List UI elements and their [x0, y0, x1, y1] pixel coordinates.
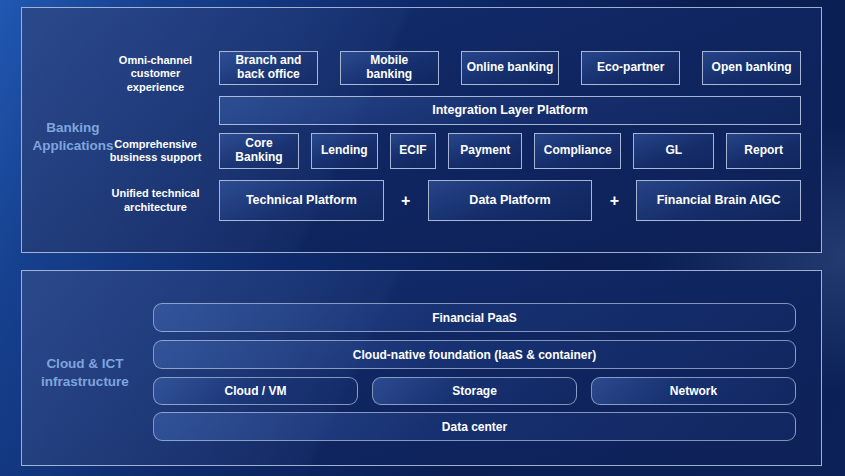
- omni-channel-row: Omni-channel customer experience Branch …: [22, 51, 801, 85]
- banking-applications-panel: Banking Applications Omni-channel custom…: [21, 7, 822, 253]
- box-storage: Storage: [372, 377, 577, 405]
- box-network: Network: [591, 377, 796, 405]
- integration-layer-row: Integration Layer Platform: [22, 96, 801, 125]
- bar-financial-paas: Financial PaaS: [153, 303, 796, 332]
- box-integration-layer-platform: Integration Layer Platform: [219, 96, 801, 125]
- data-center-row: Data center: [153, 412, 796, 441]
- cloud-ict-label: Cloud & ICT infrastructure: [19, 355, 151, 391]
- technical-architecture-label-cell: Unified technical architecture: [22, 180, 219, 221]
- cloud-native-row: Cloud-native foundation (IaaS & containe…: [153, 340, 796, 369]
- box-report: Report: [726, 133, 801, 169]
- box-ecif: ECIF: [390, 133, 437, 169]
- box-mobile-banking: Mobile banking: [340, 51, 439, 85]
- omni-channel-boxes: Branch and back office Mobile banking On…: [219, 51, 801, 85]
- technical-architecture-row: Unified technical architecture Technical…: [22, 180, 801, 221]
- box-technical-platform: Technical Platform: [219, 180, 384, 221]
- plus-separator: +: [384, 180, 428, 221]
- business-support-label: Comprehensive business support: [101, 138, 219, 165]
- bar-data-center: Data center: [153, 412, 796, 441]
- box-gl: GL: [633, 133, 714, 169]
- box-open-banking: Open banking: [702, 51, 801, 85]
- box-branch-and-back-office: Branch and back office: [219, 51, 318, 85]
- business-support-label-cell: Comprehensive business support: [22, 133, 219, 169]
- architecture-slide: Banking Applications Omni-channel custom…: [0, 0, 845, 476]
- financial-paas-row: Financial PaaS: [153, 303, 796, 332]
- business-support-boxes: Core Banking Lending ECIF Payment Compli…: [219, 133, 801, 169]
- technical-architecture-label: Unified technical architecture: [101, 187, 219, 214]
- cloud-ict-panel: Cloud & ICT infrastructure Financial Paa…: [21, 270, 822, 466]
- business-support-row: Comprehensive business support Core Bank…: [22, 133, 801, 169]
- box-payment: Payment: [448, 133, 522, 169]
- box-lending: Lending: [311, 133, 378, 169]
- integration-layer-boxes: Integration Layer Platform: [219, 96, 801, 125]
- omni-channel-label: Omni-channel customer experience: [101, 54, 219, 94]
- technical-architecture-boxes: Technical Platform + Data Platform + Fin…: [219, 180, 801, 221]
- box-eco-partner: Eco-partner: [581, 51, 680, 85]
- box-core-banking: Core Banking: [219, 133, 299, 169]
- box-cloud-vm: Cloud / VM: [153, 377, 358, 405]
- box-compliance: Compliance: [534, 133, 621, 169]
- plus-separator: +: [592, 180, 636, 221]
- infrastructure-boxes-row: Cloud / VM Storage Network: [153, 377, 796, 405]
- bar-cloud-native-foundation: Cloud-native foundation (IaaS & containe…: [153, 340, 796, 369]
- box-data-platform: Data Platform: [428, 180, 593, 221]
- box-financial-brain-aigc: Financial Brain AIGC: [636, 180, 801, 221]
- box-online-banking: Online banking: [461, 51, 560, 85]
- omni-channel-label-cell: Omni-channel customer experience: [22, 51, 219, 85]
- integration-layer-label-cell: [22, 96, 219, 125]
